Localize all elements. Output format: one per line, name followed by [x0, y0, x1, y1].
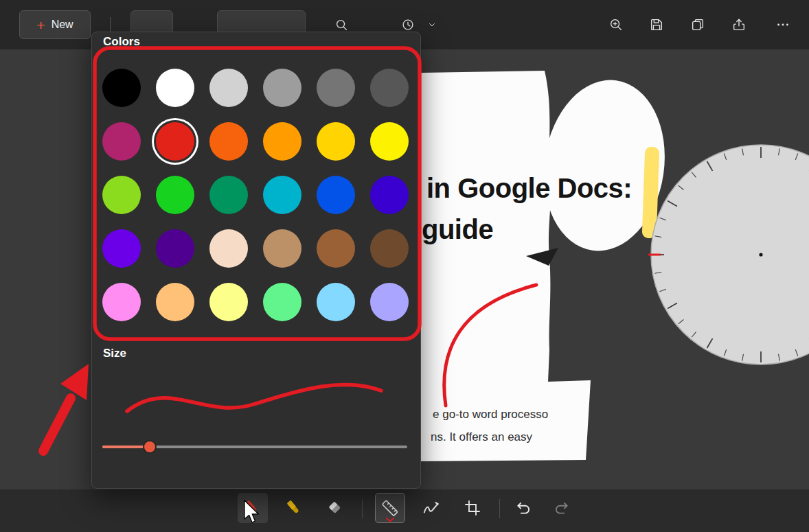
color-swatch-22[interactable] — [317, 229, 355, 268]
timer-icon — [400, 17, 415, 32]
toolbar-divider — [362, 499, 363, 518]
zoom-in-icon — [608, 17, 624, 32]
ruler-icon — [380, 498, 400, 518]
toolbar-divider — [499, 499, 500, 518]
copy-icon — [690, 17, 705, 32]
undo-button[interactable] — [508, 493, 538, 523]
color-swatch-17[interactable] — [370, 176, 409, 214]
app-window: { "colors": { "annotation_red": "#e31b22… — [0, 0, 809, 532]
color-swatch-23[interactable] — [370, 229, 409, 268]
search-icon — [334, 17, 349, 32]
highlighter-button[interactable] — [279, 493, 309, 523]
save-icon — [649, 17, 664, 32]
color-swatch-4[interactable] — [317, 69, 355, 107]
plus-icon: + — [36, 18, 45, 32]
undo-icon — [514, 499, 532, 517]
touch-writing-icon — [421, 498, 442, 518]
stroke-size-preview — [102, 369, 407, 430]
crop-icon — [463, 498, 482, 518]
size-slider-fill — [102, 446, 150, 448]
color-swatch-11[interactable] — [370, 122, 409, 161]
ruler-options-chevron-icon[interactable] — [386, 518, 394, 522]
eraser-button[interactable] — [320, 493, 350, 523]
eraser-icon — [325, 498, 345, 518]
flyout-title: Colors — [103, 34, 140, 50]
copy-button[interactable] — [684, 11, 711, 38]
color-swatch-2[interactable] — [209, 69, 248, 107]
color-swatch-14[interactable] — [209, 176, 248, 214]
color-swatch-28[interactable] — [317, 283, 355, 321]
color-swatch-20[interactable] — [209, 229, 248, 268]
protractor[interactable] — [648, 145, 809, 365]
color-swatch-7[interactable] — [156, 122, 194, 161]
highlighter-icon — [284, 498, 304, 518]
color-swatch-24[interactable] — [102, 283, 141, 321]
ballpoint-pen-icon — [242, 498, 263, 518]
redo-button[interactable] — [547, 493, 577, 523]
document-body-line1: e go-to word processo — [433, 408, 585, 421]
color-swatch-15[interactable] — [263, 176, 301, 214]
new-button-label: New — [52, 19, 73, 31]
save-button[interactable] — [643, 11, 670, 38]
document-body-line2: ns. It offers an easy — [431, 430, 584, 444]
toolbar-divider — [110, 17, 111, 32]
ballpoint-pen-button[interactable] — [238, 493, 268, 523]
color-swatch-25[interactable] — [156, 283, 194, 321]
color-swatch-29[interactable] — [370, 283, 409, 321]
color-swatch-8[interactable] — [209, 122, 248, 161]
color-swatch-21[interactable] — [263, 229, 301, 268]
crop-button[interactable] — [457, 493, 488, 523]
color-swatch-9[interactable] — [263, 122, 301, 161]
bottom-toolbar — [0, 489, 809, 532]
color-swatch-13[interactable] — [156, 176, 194, 214]
color-swatch-27[interactable] — [263, 283, 301, 321]
color-swatch-12[interactable] — [102, 176, 141, 214]
color-swatch-18[interactable] — [102, 229, 141, 268]
color-swatch-26[interactable] — [209, 283, 248, 321]
touch-writing-button[interactable] — [416, 493, 446, 523]
color-swatch-10[interactable] — [317, 122, 355, 161]
size-slider[interactable] — [102, 440, 407, 454]
redo-icon — [553, 499, 571, 517]
zoom-button[interactable] — [602, 11, 630, 38]
share-button[interactable] — [725, 11, 753, 38]
timer-dropdown-button[interactable] — [422, 11, 442, 38]
document-heading-line2: guide — [422, 214, 493, 245]
color-swatch-19[interactable] — [156, 229, 194, 268]
colors-flyout: Colors Size — [91, 32, 421, 489]
color-swatch-0[interactable] — [102, 69, 141, 107]
protractor-center-dot — [759, 253, 762, 256]
more-icon — [775, 17, 790, 32]
more-button[interactable] — [769, 11, 797, 38]
color-swatch-1[interactable] — [156, 69, 194, 107]
color-swatch-5[interactable] — [370, 69, 409, 107]
color-swatch-6[interactable] — [102, 122, 141, 161]
new-button[interactable]: + New — [19, 10, 91, 39]
color-swatch-16[interactable] — [317, 176, 355, 214]
size-slider-thumb[interactable] — [144, 441, 155, 452]
chevron-down-icon — [426, 19, 437, 30]
color-swatch-3[interactable] — [263, 69, 301, 107]
size-label: Size — [103, 347, 126, 360]
share-icon — [731, 17, 747, 32]
color-swatch-grid — [102, 69, 409, 321]
document-heading-line1: in Google Docs: — [426, 173, 632, 204]
ruler-button[interactable] — [375, 493, 405, 523]
